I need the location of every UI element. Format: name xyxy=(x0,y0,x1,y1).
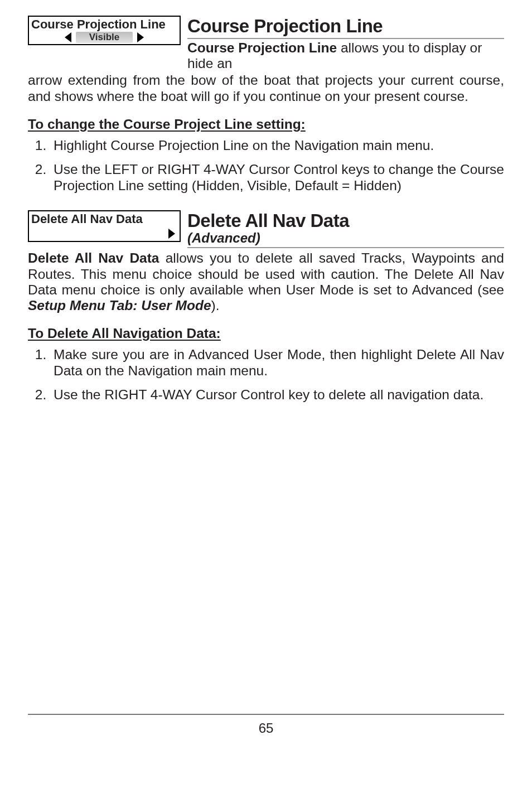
lead-line-1: Course Projection Line allows you to dis… xyxy=(187,40,504,71)
setting-box-title: Delete All Nav Data xyxy=(29,211,180,226)
step-item: Make sure you are in Advanced User Mode,… xyxy=(50,347,504,379)
setting-box-title: Course Projection Line xyxy=(29,17,180,32)
lead-bold: Delete All Nav Data xyxy=(28,250,159,265)
setting-box-course-projection: Course Projection Line Visible xyxy=(28,16,181,45)
triangle-left-icon xyxy=(65,32,71,42)
section-subheading-advanced: (Advanced) xyxy=(187,230,504,246)
step-item: Use the LEFT or RIGHT 4-WAY Cursor Contr… xyxy=(50,162,504,194)
lead-close: ). xyxy=(211,298,220,313)
page-number: 65 xyxy=(28,717,504,736)
section-heading-course-projection: Course Projection Line xyxy=(187,16,504,37)
heading-rule xyxy=(187,247,504,248)
heading-rule xyxy=(187,38,504,39)
subheading-change-setting: To change the Course Project Line settin… xyxy=(28,117,504,132)
section-heading-delete-nav: Delete All Nav Data xyxy=(187,210,504,231)
setting-box-delete-nav: Delete All Nav Data xyxy=(28,210,181,242)
lead-reference: Setup Menu Tab: User Mode xyxy=(28,298,211,313)
setting-value: Visible xyxy=(76,32,133,43)
setting-value-row: Visible xyxy=(29,32,180,44)
lead-continuation: arrow extending from the bow of the boat… xyxy=(28,72,504,104)
step-item: Use the RIGHT 4-WAY Cursor Control key t… xyxy=(50,387,504,403)
delete-nav-paragraph: Delete All Nav Data allows you to delete… xyxy=(28,250,504,313)
triangle-right-icon xyxy=(168,229,175,239)
footer-rule xyxy=(28,714,504,715)
step-item: Highlight Course Projection Line on the … xyxy=(50,138,504,154)
subheading-delete-nav: To Delete All Navigation Data: xyxy=(28,326,504,341)
lead-bold: Course Projection Line xyxy=(187,40,337,55)
triangle-right-icon xyxy=(137,32,144,42)
